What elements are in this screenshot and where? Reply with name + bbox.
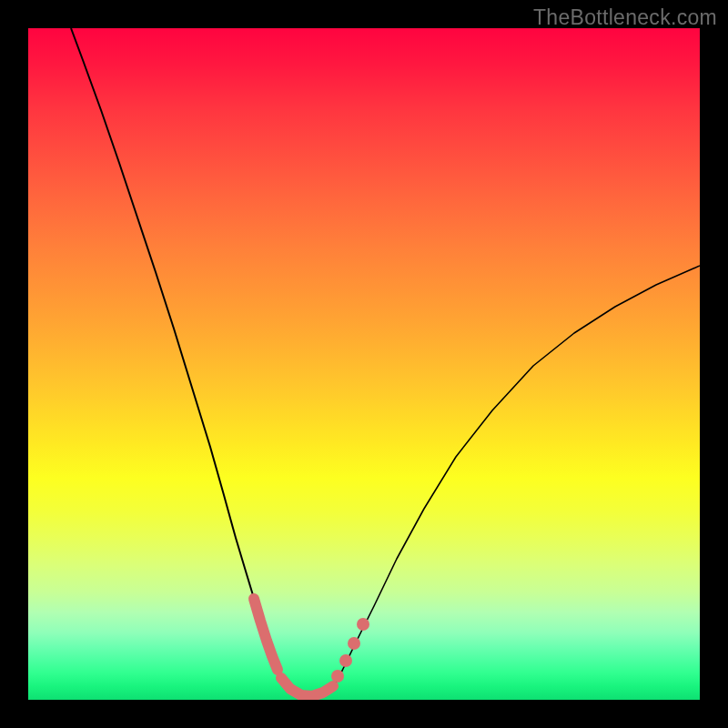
right-dot-4 bbox=[357, 618, 369, 631]
right-dot-3 bbox=[348, 637, 360, 650]
left-marker-overlay bbox=[254, 599, 278, 670]
floor-marker-overlay bbox=[281, 678, 333, 696]
plot-area bbox=[28, 28, 700, 700]
chart-frame: TheBottleneck.com bbox=[0, 0, 728, 728]
watermark-text: TheBottleneck.com bbox=[533, 5, 717, 30]
right-curve bbox=[332, 266, 700, 689]
right-dot-1 bbox=[331, 670, 344, 682]
left-curve bbox=[71, 28, 285, 684]
right-dot-2 bbox=[339, 654, 352, 667]
chart-svg bbox=[28, 28, 700, 700]
